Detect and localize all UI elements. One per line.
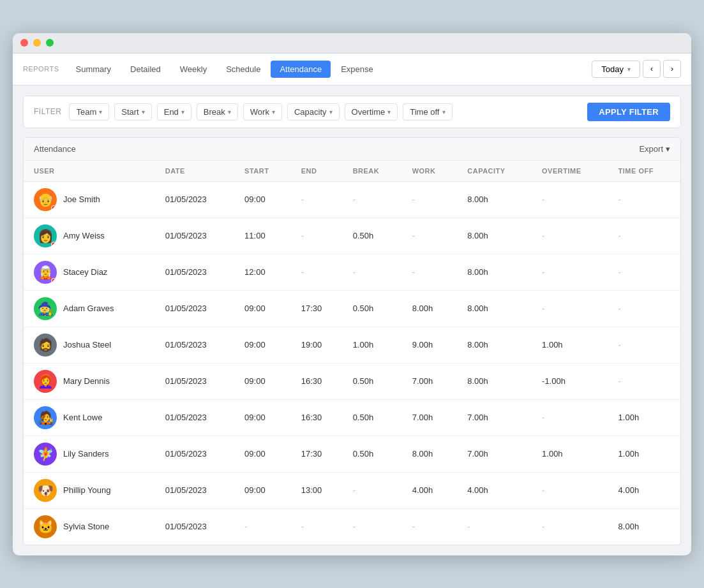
empty-value: - [301, 522, 304, 531]
cell-start: - [236, 508, 292, 545]
cell-work: 9.00h [403, 327, 459, 363]
col-user: USER [24, 161, 156, 182]
cell-end: 13:00 [292, 472, 344, 508]
filter-start-label: Start [121, 107, 139, 117]
table-row: 🐶 Phillip Young 01/05/202309:0013:00-4.0… [24, 472, 680, 508]
cell-end: - [292, 254, 344, 290]
cell-overtime: - [533, 254, 610, 290]
tab-summary[interactable]: Summary [66, 61, 120, 78]
cell-end: - [292, 508, 344, 545]
status-dot [51, 205, 56, 210]
user-cell: 🧚 Lily Sanders [24, 436, 156, 472]
apply-filter-button[interactable]: APPLY FILTER [587, 103, 670, 121]
avatar: 🐱 [34, 515, 57, 538]
user-name: Joe Smith [63, 195, 100, 204]
cell-date: 01/05/2023 [156, 508, 236, 545]
cell-end: 16:30 [292, 363, 344, 399]
filter-timeoff-chevron-icon: ▾ [442, 108, 446, 115]
filter-work-label: Work [250, 107, 269, 117]
nav-bar: REPORTS Summary Detailed Weekly Schedule… [13, 54, 691, 85]
tab-expense[interactable]: Expense [332, 61, 382, 78]
cell-overtime: 1.00h [533, 327, 610, 363]
maximize-dot[interactable] [46, 39, 54, 47]
cell-work: 7.00h [403, 399, 459, 436]
cell-timeoff: 8.00h [610, 508, 680, 545]
tab-attendance[interactable]: Attendance [271, 61, 331, 78]
avatar: 👴 [34, 188, 57, 211]
cell-overtime: - [533, 217, 610, 254]
empty-value: - [353, 195, 356, 204]
cell-start: 11:00 [236, 217, 292, 254]
cell-start: 09:00 [236, 327, 292, 363]
cell-overtime: 1.00h [533, 436, 610, 472]
filter-end-label: End [164, 107, 179, 117]
col-break: BREAK [344, 161, 403, 182]
filter-break[interactable]: Break ▾ [197, 103, 238, 121]
empty-value: - [301, 231, 304, 240]
close-dot[interactable] [20, 39, 28, 47]
cell-timeoff: - [610, 181, 680, 217]
filter-bar: FILTER Team ▾ Start ▾ End ▾ Break ▾ Work… [23, 96, 681, 128]
cell-timeoff: - [610, 254, 680, 290]
cell-break: 0.50h [344, 290, 403, 327]
filter-end[interactable]: End ▾ [157, 103, 191, 121]
table-header-row: USER DATE START END BREAK WORK CAPACITY … [24, 161, 680, 182]
filter-overtime[interactable]: Overtime ▾ [345, 103, 398, 121]
filter-overtime-chevron-icon: ▾ [387, 108, 391, 115]
user-cell: 🐱 Sylvia Stone [24, 508, 156, 545]
empty-value: - [244, 522, 247, 531]
filter-work[interactable]: Work ▾ [243, 103, 282, 121]
cell-break: 0.50h [344, 399, 403, 436]
tab-detailed[interactable]: Detailed [121, 61, 170, 78]
status-dot [51, 242, 56, 247]
filter-timeoff[interactable]: Time off ▾ [403, 103, 452, 121]
filter-start[interactable]: Start ▾ [114, 103, 151, 121]
tab-weekly[interactable]: Weekly [171, 61, 216, 78]
user-name: Sylvia Stone [63, 522, 109, 531]
filter-team[interactable]: Team ▾ [69, 103, 109, 121]
table-row: 🧔 Joshua Steel 01/05/202309:0019:001.00h… [24, 327, 680, 363]
cell-date: 01/05/2023 [156, 327, 236, 363]
cell-capacity: 7.00h [458, 399, 533, 436]
user-name: Adam Graves [63, 304, 114, 313]
attendance-table: USER DATE START END BREAK WORK CAPACITY … [24, 161, 680, 545]
cell-overtime: -1.00h [533, 363, 610, 399]
cell-timeoff: 1.00h [610, 399, 680, 436]
cell-timeoff: - [610, 290, 680, 327]
filter-capacity[interactable]: Capacity ▾ [287, 103, 340, 121]
minimize-dot[interactable] [33, 39, 41, 47]
empty-value: - [542, 413, 544, 422]
col-overtime: OVERTIME [533, 161, 610, 182]
next-arrow-button[interactable]: › [663, 60, 681, 78]
empty-value: - [353, 267, 356, 277]
cell-break: 1.00h [344, 327, 403, 363]
cell-timeoff: - [610, 363, 680, 399]
avatar: 🧚 [34, 443, 57, 466]
cell-work: 8.00h [403, 436, 459, 472]
export-button[interactable]: Export ▾ [639, 144, 670, 154]
prev-arrow-button[interactable]: ‹ [643, 60, 661, 78]
table-row: 👩 Amy Weiss 01/05/202311:00-0.50h-8.00h-… [24, 217, 680, 254]
cell-work: - [403, 254, 459, 290]
today-button[interactable]: Today ▾ [592, 61, 640, 78]
user-cell: 👴 Joe Smith [24, 181, 156, 217]
cell-overtime: - [533, 508, 610, 545]
avatar: 🧔 [34, 334, 57, 356]
user-name: Amy Weiss [63, 231, 105, 240]
cell-start: 09:00 [236, 363, 292, 399]
user-name: Kent Lowe [63, 413, 102, 422]
empty-value: - [618, 304, 621, 313]
user-cell: 🐶 Phillip Young [24, 472, 156, 508]
empty-value: - [542, 304, 544, 313]
avatar: 🧑‍🎤 [34, 406, 57, 429]
empty-value: - [412, 195, 415, 204]
cell-overtime: - [533, 181, 610, 217]
table-row: 🧑‍🎤 Kent Lowe 01/05/202309:0016:300.50h7… [24, 399, 680, 436]
empty-value: - [618, 267, 621, 277]
cell-start: 09:00 [236, 181, 292, 217]
empty-value: - [618, 195, 621, 204]
tab-schedule[interactable]: Schedule [217, 61, 269, 78]
empty-value: - [353, 485, 356, 495]
cell-date: 01/05/2023 [156, 436, 236, 472]
cell-break: - [344, 508, 403, 545]
